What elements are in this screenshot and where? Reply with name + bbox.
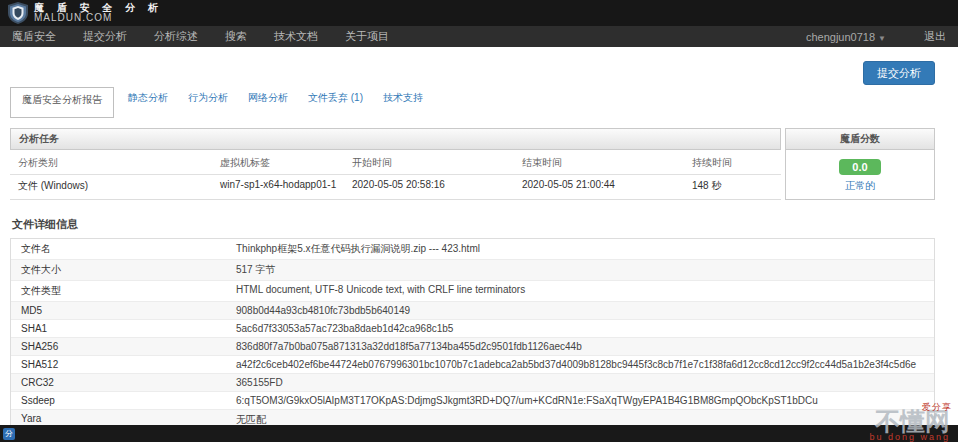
task-vm-label: win7-sp1-x64-hodapp01-1: [220, 179, 352, 193]
task-table-row: 文件 (Windows) win7-sp1-x64-hodapp01-1 202…: [10, 175, 781, 197]
task-table-title: 分析任务: [10, 128, 781, 150]
table-row-crc32: CRC32 365155FD: [11, 374, 934, 392]
main-nav-bar: 魔盾安全 提交分析 分析综述 搜索 技术文档 关于项目 chengjun0718…: [0, 26, 958, 47]
task-duration: 148 秒: [692, 179, 781, 193]
row-value: 365155FD: [226, 374, 934, 391]
table-row-sha512: SHA512 a42f2c6ceb402ef6be44724eb07679963…: [11, 356, 934, 374]
nav-item-home[interactable]: 魔盾安全: [12, 29, 56, 44]
nav-item-docs[interactable]: 技术文档: [274, 29, 318, 44]
file-details-table: 文件名 Thinkphp框架5.x任意代码执行漏洞说明.zip --- 423.…: [10, 238, 935, 442]
maldun-analysis-page: 魔 盾 安 全 分 析 MALDUN.COM 魔盾安全 提交分析 分析综述 搜索…: [0, 0, 958, 442]
report-tabs: 魔盾安全分析报告 静态分析 行为分析 网络分析 文件丢弃 (1) 技术支持: [10, 87, 935, 118]
table-row-sha1: SHA1 5ac6d7f33053a57ac723ba8daeb1d42ca96…: [11, 320, 934, 338]
analysis-task-table: 分析任务 分析类别 虚拟机标签 开始时间 结束时间 持续时间 文件 (Windo…: [10, 128, 781, 200]
task-and-score-section: 分析任务 分析类别 虚拟机标签 开始时间 结束时间 持续时间 文件 (Windo…: [10, 128, 935, 200]
tab-report[interactable]: 魔盾安全分析报告: [10, 87, 114, 118]
row-label: Ssdeep: [11, 392, 226, 409]
row-value: 6:qT5OM3/G9kxO5lAIpM3T17OKpAS:DdjmgSJkgm…: [226, 392, 934, 409]
username: chengjun0718: [806, 31, 875, 43]
row-value: 5ac6d7f33053a57ac723ba8daeb1d42ca968c1b5: [226, 320, 934, 337]
row-value: a42f2c6ceb402ef6be44724eb0767996301bc107…: [226, 356, 934, 373]
row-label: SHA1: [11, 320, 226, 337]
task-category: 文件 (Windows): [10, 179, 220, 193]
brand-domain: MALDUN.COM: [34, 13, 163, 24]
logout-link[interactable]: 退出: [924, 29, 946, 44]
table-row-sha256: SHA256 836d80f7a7b0ba075a871313a32dd18f5…: [11, 338, 934, 356]
file-details-section: 文件详细信息 文件名 Thinkphp框架5.x任意代码执行漏洞说明.zip -…: [10, 217, 935, 442]
nav-item-overview[interactable]: 分析综述: [154, 29, 198, 44]
row-value: 908b0d44a93cb4810fc73bdb5b640149: [226, 302, 934, 319]
row-value: Thinkphp框架5.x任意代码执行漏洞说明.zip --- 423.html: [226, 239, 934, 259]
file-details-title: 文件详细信息: [10, 217, 935, 232]
toolbar-row: 提交分析: [10, 61, 935, 85]
task-end-time: 2020-05-05 21:00:44: [522, 179, 692, 193]
score-verdict[interactable]: 正常的: [786, 179, 934, 193]
brand-text[interactable]: 魔 盾 安 全 分 析 MALDUN.COM: [34, 3, 163, 24]
row-label: CRC32: [11, 374, 226, 391]
tab-behavior-analysis[interactable]: 行为分析: [178, 87, 238, 109]
table-row-filesize: 文件大小 517 字节: [11, 260, 934, 281]
tab-network-analysis[interactable]: 网络分析: [238, 87, 298, 109]
row-value: HTML document, UTF-8 Unicode text, with …: [226, 281, 934, 301]
nav-right-group: chengjun0718▼ 退出: [806, 29, 946, 44]
row-value: 517 字节: [226, 260, 934, 280]
table-row-filetype: 文件类型 HTML document, UTF-8 Unicode text, …: [11, 281, 934, 302]
row-label: 文件大小: [11, 260, 226, 280]
row-label: 文件名: [11, 239, 226, 259]
maldun-score-panel: 魔盾分数 0.0 正常的: [785, 128, 935, 200]
main-content: 提交分析 魔盾安全分析报告 静态分析 行为分析 网络分析 文件丢弃 (1) 技术…: [0, 47, 958, 442]
col-category: 分析类别: [10, 156, 220, 170]
col-vm-label: 虚拟机标签: [220, 156, 352, 170]
chevron-down-icon: ▼: [878, 34, 886, 43]
row-label: SHA256: [11, 338, 226, 355]
col-start-time: 开始时间: [352, 156, 522, 170]
table-row-ssdeep: Ssdeep 6:qT5OM3/G9kxO5lAIpM3T17OKpAS:Ddj…: [11, 392, 934, 410]
col-end-time: 结束时间: [522, 156, 692, 170]
footer-logo-icon[interactable]: 分: [3, 428, 15, 440]
col-duration: 持续时间: [692, 156, 781, 170]
score-panel-body: 0.0 正常的: [785, 150, 935, 200]
task-table-header-row: 分析类别 虚拟机标签 开始时间 结束时间 持续时间: [10, 152, 781, 175]
tab-support[interactable]: 技术支持: [373, 87, 433, 109]
row-label: 文件类型: [11, 281, 226, 301]
score-badge: 0.0: [839, 159, 880, 175]
row-label: SHA512: [11, 356, 226, 373]
footer-bar: 分: [0, 425, 958, 442]
table-row-filename: 文件名 Thinkphp框架5.x任意代码执行漏洞说明.zip --- 423.…: [11, 239, 934, 260]
table-row-md5: MD5 908b0d44a93cb4810fc73bdb5b640149: [11, 302, 934, 320]
nav-item-about[interactable]: 关于项目: [345, 29, 389, 44]
score-panel-title: 魔盾分数: [785, 128, 935, 150]
user-menu[interactable]: chengjun0718▼: [806, 31, 886, 43]
row-label: MD5: [11, 302, 226, 319]
nav-item-submit[interactable]: 提交分析: [83, 29, 127, 44]
task-start-time: 2020-05-05 20:58:16: [352, 179, 522, 193]
submit-analysis-button[interactable]: 提交分析: [863, 61, 935, 85]
tab-dropped-files[interactable]: 文件丢弃 (1): [298, 87, 373, 109]
nav-item-search[interactable]: 搜索: [225, 29, 247, 44]
shield-logo-icon: [8, 2, 28, 24]
row-value: 836d80f7a7b0ba075a871313a32dd18f5a77134b…: [226, 338, 934, 355]
top-brand-bar: 魔 盾 安 全 分 析 MALDUN.COM: [0, 0, 958, 26]
tab-static-analysis[interactable]: 静态分析: [118, 87, 178, 109]
